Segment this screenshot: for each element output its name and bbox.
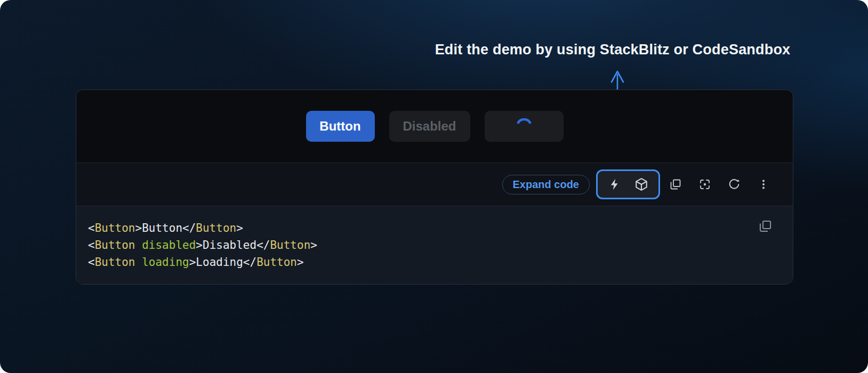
demo-toolbar: Expand code xyxy=(76,163,793,206)
sandbox-buttons-group xyxy=(596,169,660,199)
copy-icon[interactable] xyxy=(664,173,687,196)
annotation-title: Edit the demo by using StackBlitz or Cod… xyxy=(435,42,791,58)
code-block: <Button>Button</Button><Button disabled>… xyxy=(76,206,793,284)
loading-button[interactable] xyxy=(485,111,564,142)
code-line: <Button disabled>Disabled</Button> xyxy=(88,237,756,254)
codesandbox-box-icon[interactable] xyxy=(630,173,653,196)
page-background: Edit the demo by using StackBlitz or Cod… xyxy=(0,0,868,373)
refresh-icon[interactable] xyxy=(723,173,745,196)
code-copy-icon[interactable] xyxy=(758,219,773,235)
loading-spinner-icon xyxy=(516,118,532,134)
primary-button[interactable]: Button xyxy=(306,111,375,142)
toolbar-icon-row xyxy=(664,173,775,196)
disabled-button[interactable]: Disabled xyxy=(389,111,470,142)
isolate-focus-icon[interactable] xyxy=(694,173,716,196)
demo-preview-area: Button Disabled xyxy=(76,90,793,163)
expand-code-button[interactable]: Expand code xyxy=(502,175,590,194)
stackblitz-thunderbolt-icon[interactable] xyxy=(604,173,626,196)
demo-card: Button Disabled Expand code xyxy=(76,90,793,285)
code-line: <Button>Button</Button> xyxy=(88,220,756,237)
more-kebab-icon[interactable] xyxy=(752,173,775,196)
code-line: <Button loading>Loading</Button> xyxy=(88,254,756,271)
code-lines: <Button>Button</Button><Button disabled>… xyxy=(88,220,756,271)
